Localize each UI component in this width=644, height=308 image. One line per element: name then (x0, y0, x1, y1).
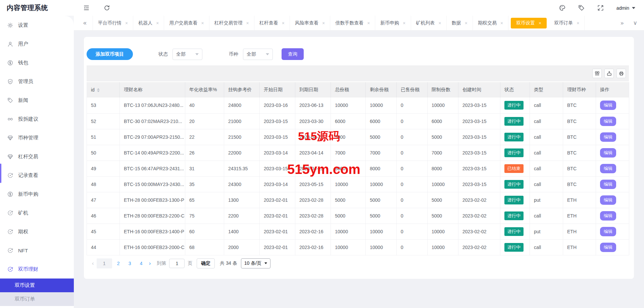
close-icon[interactable]: × (246, 20, 249, 26)
next-page-icon[interactable]: › (146, 260, 154, 267)
cell-action: 编辑 (596, 98, 629, 113)
collapse-sidebar-icon[interactable] (83, 5, 90, 11)
close-icon[interactable]: × (282, 20, 285, 26)
export-icon[interactable] (604, 69, 614, 78)
page-number-1[interactable]: 1 (97, 258, 112, 268)
user-menu[interactable]: admin (616, 5, 635, 11)
tab-item-5[interactable]: 风险率查看× (290, 16, 330, 30)
sidebar-scroll-indicator[interactable] (0, 164, 1, 183)
tab-item-2[interactable]: 用户交易查看× (164, 16, 209, 30)
cell-sold: 0 (397, 176, 428, 192)
prev-page-icon[interactable]: ‹ (89, 260, 97, 267)
tab-item-3[interactable]: 杠杆交易管理× (209, 16, 254, 30)
tab-item-1[interactable]: 机器人× (133, 16, 164, 30)
close-icon[interactable]: × (439, 20, 441, 26)
sidebar-item-7[interactable]: 杠杆交易 (0, 147, 74, 166)
sidebar-item-6[interactable]: 币种管理 (0, 128, 74, 147)
chevron-down-icon[interactable]: ∨ (633, 19, 637, 26)
sidebar-item-label: 双币理财 (18, 266, 38, 272)
fullscreen-icon[interactable] (597, 5, 604, 11)
close-icon[interactable]: × (465, 20, 467, 26)
table-row: 53BTC-13 07:06JUN23-2480...40248002023-0… (87, 98, 629, 113)
column-header-6: 总份额 (331, 82, 366, 98)
status-select[interactable]: 全部 (172, 49, 202, 60)
sidebar-item-4[interactable]: 新闻 (0, 91, 74, 110)
tab-item-0[interactable]: 平台币行情× (93, 16, 133, 30)
columns-icon[interactable] (592, 69, 602, 78)
edit-button[interactable]: 编辑 (600, 243, 616, 252)
edit-button[interactable]: 编辑 (600, 132, 616, 142)
sidebar-item-1[interactable]: 用户 (0, 35, 74, 53)
close-icon[interactable]: × (403, 20, 405, 26)
edit-button[interactable]: 编辑 (600, 117, 616, 126)
palette-icon[interactable] (559, 5, 565, 11)
sidebar-item-9[interactable]: 新币申购 (0, 185, 74, 203)
page-number-3[interactable]: 3 (125, 258, 135, 268)
tab-item-11[interactable]: 双币设置× (511, 18, 547, 28)
page-number-4[interactable]: 4 (136, 258, 146, 268)
tab-item-12[interactable]: 双币订单× (549, 16, 585, 30)
close-icon[interactable]: × (367, 20, 370, 26)
cell-status: 进行中 (500, 98, 530, 113)
confirm-page-button[interactable]: 确定 (197, 258, 215, 268)
sidebar-item-5[interactable]: 投拆建议 (0, 110, 74, 128)
coin-select[interactable]: 全部 (243, 49, 273, 60)
page-number-2[interactable]: 2 (113, 258, 123, 268)
chevrons-right-icon[interactable]: » (621, 20, 624, 26)
chevrons-left-icon[interactable]: « (74, 16, 93, 30)
edit-button[interactable]: 编辑 (600, 148, 616, 158)
close-icon[interactable]: × (577, 20, 579, 26)
cell-ref: 2200 (224, 208, 260, 224)
close-icon[interactable]: × (500, 20, 503, 26)
close-icon[interactable]: × (201, 20, 204, 26)
goto-page-input[interactable] (169, 259, 185, 268)
table-body: 53BTC-13 07:06JUN23-2480...40248002023-0… (87, 98, 629, 255)
sidebar-subitem-1[interactable]: 双币订单 (0, 292, 74, 306)
sidebar-item-11[interactable]: 期权 (0, 222, 74, 241)
close-icon[interactable]: × (539, 20, 541, 26)
column-header-0[interactable]: id (87, 82, 120, 98)
cell-start: 2023-03-15 (260, 113, 295, 129)
edit-button[interactable]: 编辑 (600, 101, 616, 110)
tag-icon[interactable] (578, 5, 585, 11)
tab-item-6[interactable]: 倍数手数查看× (330, 16, 375, 30)
status-badge: 进行中 (504, 180, 524, 189)
tab-item-9[interactable]: 数据× (447, 16, 473, 30)
table-row: 49BTC-15 06:47APR23-2431...3124315.35202… (87, 161, 629, 176)
status-select-value: 全部 (176, 51, 186, 57)
edit-button[interactable]: 编辑 (600, 211, 616, 221)
tab-item-7[interactable]: 新币申购× (375, 16, 411, 30)
sort-icon[interactable] (97, 88, 100, 92)
page-size-select[interactable]: 10 条/页 (241, 258, 270, 268)
cell-status: 已结束 (500, 161, 530, 176)
add-dual-project-button[interactable]: 添加双币项目 (87, 48, 133, 60)
print-icon[interactable] (616, 69, 626, 78)
close-icon[interactable]: × (156, 20, 159, 26)
sidebar-item-0[interactable]: 设置 (0, 16, 74, 35)
refresh-icon[interactable] (104, 5, 110, 11)
page-size-value: 10 条/页 (244, 260, 261, 266)
cell-rate: 22 (185, 129, 224, 145)
tab-item-10[interactable]: 期权交易× (473, 16, 508, 30)
tab-item-8[interactable]: 矿机列表× (411, 16, 447, 30)
sidebar-item-12[interactable]: NFT (0, 241, 74, 260)
edit-button[interactable]: 编辑 (600, 195, 616, 205)
close-icon[interactable]: × (322, 20, 325, 26)
table-head: id理财名称年化收益率%挂钩参考价开始日期到期日期总份额剩余份额已售份额限制份数… (87, 82, 629, 98)
cell-status: 进行中 (500, 113, 530, 129)
sidebar-item-13[interactable]: 双币理财 (0, 260, 74, 279)
tab-item-4[interactable]: 杠杆查看× (254, 16, 290, 30)
sidebar-item-8[interactable]: 记录查看 (0, 166, 74, 185)
sidebar-item-2[interactable]: 钱包 (0, 53, 74, 72)
sidebar-item-3[interactable]: 管理员 (0, 72, 74, 91)
cell-id: 53 (87, 98, 120, 113)
close-icon[interactable]: × (125, 20, 128, 26)
query-button[interactable]: 查询 (282, 48, 304, 60)
cell-action: 编辑 (596, 129, 629, 145)
edit-button[interactable]: 编辑 (600, 180, 616, 189)
edit-button[interactable]: 编辑 (600, 164, 616, 173)
sidebar-subitem-0[interactable]: 双币设置 (0, 279, 74, 292)
sidebar-item-10[interactable]: 矿机 (0, 203, 74, 222)
edit-button[interactable]: 编辑 (600, 227, 616, 236)
cell-total: 6000 (331, 113, 366, 129)
